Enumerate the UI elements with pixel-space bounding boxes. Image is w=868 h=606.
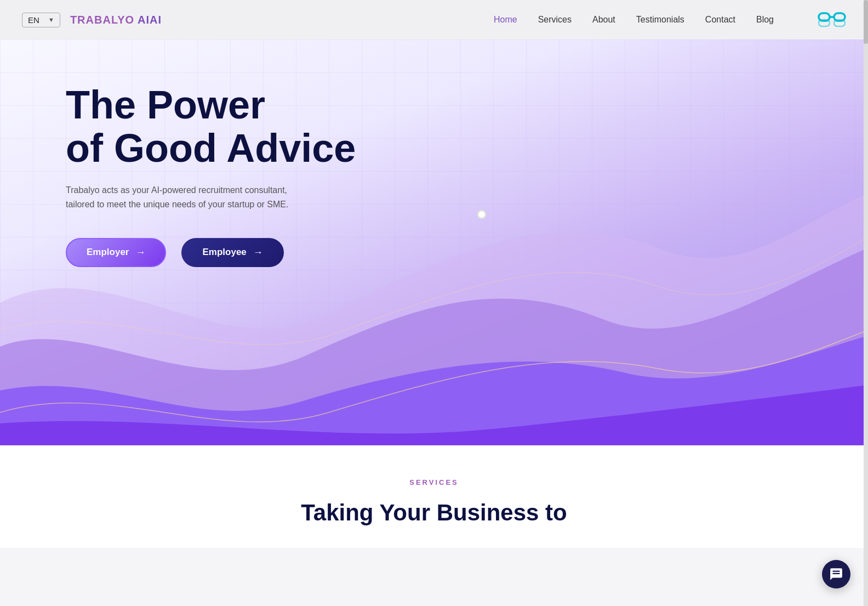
hero-buttons: Employer → Employee → xyxy=(66,238,406,267)
hero-content: The Power of Good Advice Trabalyo acts a… xyxy=(66,83,406,267)
employer-button[interactable]: Employer → xyxy=(66,238,166,267)
brand-icon xyxy=(818,9,846,31)
chat-button[interactable] xyxy=(822,560,850,588)
language-selector[interactable]: EN PT ES ▼ xyxy=(22,13,60,27)
employee-button[interactable]: Employee → xyxy=(181,238,283,267)
data-point-dot xyxy=(477,209,487,219)
language-dropdown[interactable]: EN PT ES xyxy=(28,15,47,25)
nav-item-testimonials[interactable]: Testimonials xyxy=(636,15,684,25)
hero-title-line1: The Power xyxy=(66,83,265,127)
nav-item-home[interactable]: Home xyxy=(494,15,517,25)
arrow-right-icon: → xyxy=(135,247,145,258)
services-label: SERVICES xyxy=(0,478,868,486)
navbar: EN PT ES ▼ TRABALYO AIAI Home Services A… xyxy=(0,0,868,39)
hero-section: The Power of Good Advice Trabalyo acts a… xyxy=(0,39,868,445)
nav-item-blog[interactable]: Blog xyxy=(756,15,774,25)
hero-title-line2: of Good Advice xyxy=(66,126,356,170)
services-heading-line1: Taking Your Business to xyxy=(301,500,567,525)
scrollbar-thumb[interactable] xyxy=(864,0,868,44)
nav-item-about[interactable]: About xyxy=(592,15,615,25)
chat-icon xyxy=(829,567,843,581)
brand-name-part2: AI xyxy=(138,14,150,26)
scrollbar-track xyxy=(864,0,868,606)
nav-item-services[interactable]: Services xyxy=(538,15,572,25)
employee-button-label: Employee xyxy=(202,247,246,258)
chevron-down-icon: ▼ xyxy=(48,16,54,23)
hero-title: The Power of Good Advice xyxy=(66,83,406,170)
services-section: SERVICES Taking Your Business to xyxy=(0,445,868,548)
employer-button-label: Employer xyxy=(87,247,129,258)
brand-logo: TRABALYO AIAI xyxy=(70,14,162,26)
nav-links: Home Services About Testimonials Contact… xyxy=(472,0,796,39)
hero-subtitle: Trabalyo acts as your AI-powered recruit… xyxy=(66,183,307,211)
arrow-right-icon: → xyxy=(253,247,263,258)
brand-name-part1: TRABALYO xyxy=(70,14,134,26)
services-heading: Taking Your Business to xyxy=(270,500,598,526)
nav-item-contact[interactable]: Contact xyxy=(705,15,735,25)
